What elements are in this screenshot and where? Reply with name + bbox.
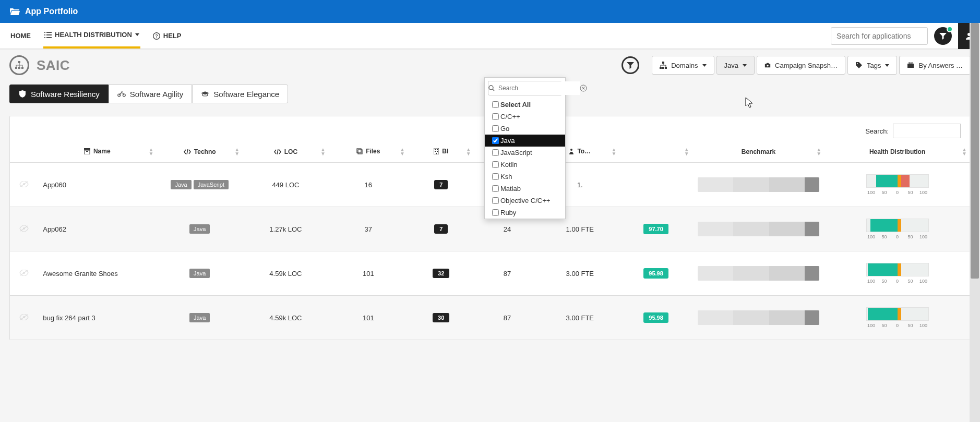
tech-tag: Java: [189, 269, 210, 278]
col-bi[interactable]: BI▲▼: [408, 141, 474, 163]
cell-bi: 7: [408, 163, 474, 207]
tech-tag: Java: [171, 180, 191, 189]
score-badge: 97.70: [643, 224, 668, 234]
dropdown-option-label: JavaScript: [500, 149, 532, 156]
cell-bi: 32: [408, 251, 474, 296]
nav-home[interactable]: HOME: [9, 23, 32, 49]
svg-rect-3: [46, 34, 52, 35]
dropdown-option-checkbox[interactable]: [492, 185, 499, 192]
chevron-down-icon: [885, 64, 889, 67]
col-files[interactable]: Files▲▼: [329, 141, 408, 163]
visibility-toggle-icon[interactable]: [19, 181, 29, 187]
visibility-toggle-icon[interactable]: [19, 270, 29, 276]
cell-techno: Java: [157, 207, 243, 251]
dropdown-option-checkbox[interactable]: [492, 113, 499, 120]
hd-scale-tick: 50: [905, 279, 916, 284]
cell-bfp: 87: [474, 296, 541, 340]
dropdown-option-checkbox[interactable]: [492, 161, 499, 168]
visibility-toggle-icon[interactable]: [19, 225, 29, 232]
tab-agility[interactable]: Software Agility: [109, 85, 193, 103]
dropdown-option-checkbox[interactable]: [492, 101, 499, 108]
dropdown-option[interactable]: JavaScript: [485, 147, 565, 159]
cell-visibility: [10, 207, 38, 251]
cell-name[interactable]: App062: [38, 207, 157, 251]
dropdown-option-checkbox[interactable]: [492, 149, 499, 156]
dropdown-option[interactable]: Java: [485, 135, 565, 147]
col-health-distribution[interactable]: Health Distribution▲▼: [824, 141, 970, 163]
cell-loc: 4.59k LOC: [243, 296, 329, 340]
cell-name[interactable]: App060: [38, 163, 157, 207]
cell-name[interactable]: Awesome Granite Shoes: [38, 251, 157, 296]
dropdown-option-label: Matlab: [500, 185, 521, 192]
filter-campaign-button[interactable]: Campaign Snapsh…: [757, 56, 845, 75]
dropdown-option-label: Go: [500, 125, 509, 132]
cell-loc: 4.59k LOC: [243, 251, 329, 296]
hd-scale-tick: 50: [905, 234, 916, 239]
dropdown-clear-button[interactable]: [580, 82, 587, 94]
dropdown-option[interactable]: Matlab: [485, 183, 565, 195]
bi-badge: 7: [434, 180, 448, 189]
global-search-input[interactable]: [831, 27, 928, 45]
dropdown-option-checkbox[interactable]: [492, 137, 499, 144]
col-techno[interactable]: Techno▲▼: [157, 141, 243, 163]
cell-techno: JavaJavaScript: [157, 163, 243, 207]
tab-resiliency[interactable]: Software Resiliency: [9, 85, 109, 103]
chevron-down-icon: [135, 33, 139, 36]
dropdown-list: Select AllC/C++GoJavaJavaScriptKotlinKsh…: [485, 99, 565, 219]
hd-scale-tick: 0: [892, 190, 903, 195]
svg-rect-20: [909, 62, 912, 64]
dropdown-search-input[interactable]: [495, 81, 580, 95]
col-name[interactable]: Name▲▼: [38, 141, 157, 163]
cell-bfp: 87: [474, 251, 541, 296]
svg-rect-1: [46, 32, 52, 33]
archive-icon: [84, 148, 90, 154]
dropdown-option[interactable]: Ruby: [485, 207, 565, 219]
hd-scale-tick: 100: [918, 279, 929, 284]
col-loc[interactable]: LOC▲▼: [243, 141, 329, 163]
dropdown-option[interactable]: C/C++: [485, 111, 565, 123]
tab-elegance[interactable]: Software Elegance: [192, 85, 288, 103]
page-scrollbar[interactable]: [970, 23, 980, 422]
active-filter-badge: [947, 26, 953, 32]
dropdown-option-checkbox[interactable]: [492, 209, 499, 216]
dropdown-option[interactable]: Objective C/C++: [485, 195, 565, 207]
svg-rect-12: [21, 67, 23, 69]
page-header: SAIC Domains Java Campaign Snapsh… Tags …: [0, 49, 980, 75]
hd-bar: [866, 174, 929, 188]
code-icon: [184, 149, 191, 154]
dropdown-option[interactable]: Kotlin: [485, 159, 565, 171]
cell-name[interactable]: bug fix 264 part 3: [38, 296, 157, 340]
dropdown-option-checkbox[interactable]: [492, 173, 499, 180]
app-titlebar: App Portfolio: [0, 0, 980, 23]
cell-staffing: 3.00 FTE: [540, 251, 619, 296]
filter-domains-button[interactable]: Domains: [652, 56, 714, 75]
dropdown-option[interactable]: Go: [485, 123, 565, 135]
close-circle-icon: [580, 85, 587, 92]
visibility-toggle-icon[interactable]: [19, 314, 29, 320]
col-benchmark[interactable]: Benchmark▲▼: [692, 141, 824, 163]
dropdown-option[interactable]: Ksh: [485, 171, 565, 183]
cell-staffing: 3.00 FTE: [540, 296, 619, 340]
dropdown-option[interactable]: Select All: [485, 99, 565, 111]
hd-scale-tick: 0: [892, 279, 903, 284]
filter-indicator-button[interactable]: [934, 27, 952, 45]
nav-help[interactable]: ? HELP: [152, 23, 183, 49]
table-search-input[interactable]: [893, 124, 961, 138]
filter-answers-button[interactable]: By Answers …: [899, 56, 971, 75]
cell-benchmark: [692, 296, 824, 340]
scrollbar-thumb[interactable]: [971, 23, 979, 279]
col-score[interactable]: ▲▼: [619, 141, 692, 163]
list-icon: [44, 31, 52, 39]
dropdown-option-checkbox[interactable]: [492, 197, 499, 204]
filter-buttons: Domains Java Campaign Snapsh… Tags By An…: [650, 56, 971, 75]
svg-rect-0: [44, 32, 45, 33]
dropdown-option-checkbox[interactable]: [492, 125, 499, 132]
cell-techno: Java: [157, 296, 243, 340]
filter-toggle-button[interactable]: [622, 56, 639, 74]
nav-health-distribution[interactable]: HEALTH DISTRIBUTION: [43, 23, 140, 49]
filter-tags-button[interactable]: Tags: [847, 56, 897, 75]
tech-tag: Java: [189, 224, 210, 234]
org-icon: [9, 55, 29, 75]
filter-techno-button[interactable]: Java: [716, 56, 755, 75]
folder-open-icon: [9, 7, 20, 16]
